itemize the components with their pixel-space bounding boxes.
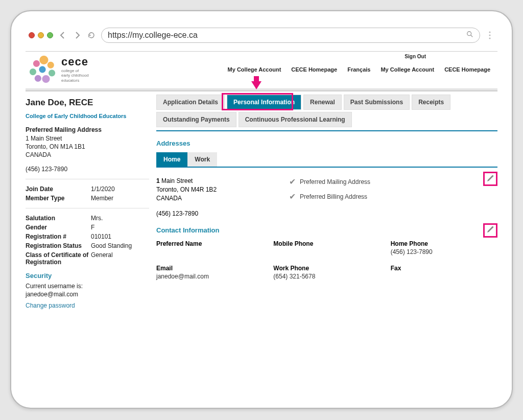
window-controls [29, 32, 53, 38]
username-label: Current username is: [26, 283, 149, 290]
preferred-name-label: Preferred Name [156, 240, 263, 247]
logo-text: cece college ofearly childhoodeducators [61, 56, 89, 83]
close-window-icon[interactable] [29, 32, 35, 38]
addr-street: Main Street [161, 177, 193, 184]
username-value: janedoe@mail.com [26, 291, 149, 298]
reload-button[interactable] [87, 31, 96, 40]
home-address-block: 1 Main Street Toronto, ON M4R 1B2 CANADA… [156, 177, 497, 218]
mobile-phone-label: Mobile Phone [273, 240, 380, 247]
fax-label: Fax [391, 265, 497, 272]
email-value: janedoe@mail.com [156, 273, 263, 280]
member-type-value: Member [91, 195, 149, 202]
email-label: Email [156, 265, 263, 272]
contact-section: Contact Information Preferred Name [156, 226, 497, 280]
home-address-text: 1 Main Street Toronto, ON M4R 1B2 CANADA… [156, 177, 274, 218]
nav-link[interactable]: My College Account [375, 64, 439, 75]
pref-bill-label: Preferred Billing Address [300, 193, 367, 200]
tab-strip: Application Details Personal Information… [156, 95, 497, 127]
tab-application-details[interactable]: Application Details [156, 95, 225, 110]
nav-link[interactable]: CECE Homepage [439, 64, 495, 75]
svg-point-0 [467, 32, 471, 36]
sidebar: Jane Doe, RECE College of Early Childhoo… [26, 95, 149, 394]
edit-contact-button[interactable] [483, 223, 497, 238]
change-password-link[interactable]: Change password [26, 302, 75, 309]
member-type-label: Member Type [26, 195, 91, 202]
mailing-address-block: Preferred Mailing Address 1 Main Street … [26, 126, 149, 159]
top-nav: My College Account CECE Homepage Françai… [223, 64, 495, 75]
more-menu-icon[interactable] [485, 31, 494, 40]
work-phone-value: (654) 321-5678 [273, 273, 380, 280]
work-phone-label: Work Phone [273, 265, 380, 272]
device-frame: https://my.college-ece.ca cece college o… [10, 10, 513, 409]
subtab-home[interactable]: Home [156, 152, 187, 167]
tab-outstanding-payments[interactable]: Outstanding Payments [156, 112, 236, 127]
tab-past-submissions[interactable]: Past Submissions [344, 95, 410, 110]
nav-link[interactable]: CECE Homepage [286, 64, 342, 75]
svg-point-4 [489, 37, 490, 39]
contact-grid: Preferred Name Mobile Phone Home Phone (… [156, 240, 497, 280]
gender-label: Gender [26, 224, 91, 231]
logo-mark-icon [28, 55, 57, 84]
sign-out-link[interactable]: Sign Out [405, 54, 426, 59]
search-icon[interactable] [466, 31, 473, 40]
registration-status-value: Good Standing [91, 242, 149, 249]
tab-personal-information[interactable]: Personal Information [227, 95, 301, 110]
salutation-value: Mrs. [91, 215, 149, 222]
contact-title: Contact Information [156, 226, 497, 234]
url-bar[interactable]: https://my.college-ece.ca [101, 28, 480, 43]
pencil-icon [486, 225, 494, 236]
main-panel: Application Details Personal Information… [156, 95, 497, 394]
mailing-street: 1 Main Street [26, 134, 149, 143]
registration-status-label: Registration Status [26, 242, 91, 249]
nav-link[interactable]: Français [342, 64, 375, 75]
tab-renewal[interactable]: Renewal [303, 95, 342, 110]
class-cert-value: General [91, 251, 149, 266]
check-icon: ✔ [289, 177, 296, 186]
svg-point-3 [489, 34, 490, 36]
security-title: Security [26, 272, 149, 279]
svg-line-1 [471, 35, 473, 37]
back-button[interactable] [58, 31, 67, 40]
site-header: cece college ofearly childhoodeducators … [26, 52, 497, 88]
annotation-arrow-down-icon [251, 81, 262, 89]
header-divider [26, 88, 497, 91]
join-date-value: 1/1/2020 [91, 185, 149, 193]
page-content: cece college ofearly childhoodeducators … [26, 52, 497, 394]
gender-value: F [91, 224, 149, 231]
registration-no-label: Registration # [26, 233, 91, 240]
member-name: Jane Doe, RECE [26, 98, 149, 108]
pref-mail-label: Preferred Mailing Address [300, 178, 370, 185]
addresses-title: Addresses [156, 139, 497, 147]
maximize-window-icon[interactable] [47, 32, 53, 38]
svg-point-2 [489, 31, 490, 33]
tab-receipts[interactable]: Receipts [412, 95, 450, 110]
browser-chrome: https://my.college-ece.ca [26, 26, 497, 52]
addr-number: 1 [156, 177, 160, 184]
registration-no-value: 010101 [91, 233, 149, 240]
class-cert-label: Class of Certificate of Registration [26, 251, 91, 266]
sidebar-phone: (456) 123-7890 [26, 166, 149, 173]
divider [26, 179, 149, 179]
addr-phone: (456) 123-7890 [156, 209, 274, 218]
brand-name: cece [61, 56, 89, 67]
divider [26, 208, 149, 208]
brand-tagline: college ofearly childhoodeducators [61, 68, 89, 83]
edit-address-button[interactable] [483, 172, 497, 186]
body-row: Jane Doe, RECE College of Early Childhoo… [26, 95, 497, 394]
org-link[interactable]: College of Early Childhood Educators [26, 113, 149, 119]
pencil-icon [486, 174, 494, 184]
mailing-city: Toronto, ON M1A 1B1 [26, 143, 149, 151]
tab-cpl[interactable]: Continuous Professional Learning [239, 112, 352, 127]
logo[interactable]: cece college ofearly childhoodeducators [28, 55, 89, 84]
join-date-label: Join Date [26, 185, 91, 193]
subtab-work[interactable]: Work [187, 152, 217, 167]
minimize-window-icon[interactable] [38, 32, 44, 38]
tab-underline [156, 130, 497, 131]
forward-button[interactable] [73, 31, 82, 40]
check-icon: ✔ [289, 192, 296, 201]
home-phone-label: Home Phone [391, 240, 497, 247]
nav-link[interactable]: My College Account [223, 64, 287, 75]
url-text: https://my.college-ece.ca [108, 31, 466, 40]
address-subtabs: Home Work [156, 152, 497, 168]
salutation-label: Salutation [26, 215, 91, 222]
